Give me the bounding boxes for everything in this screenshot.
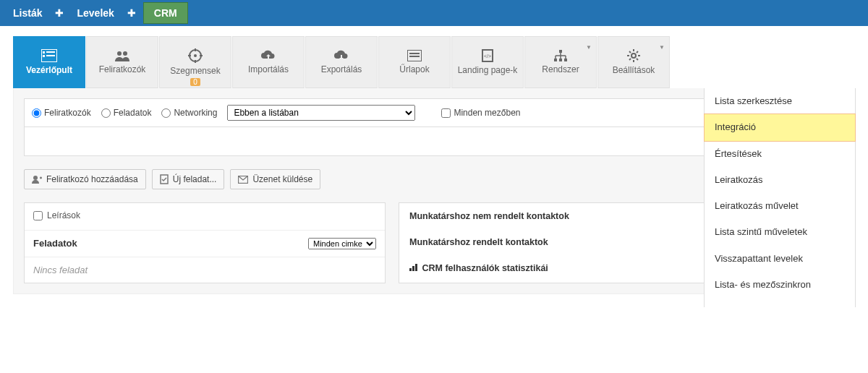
radio-label: Feladatok <box>114 108 152 118</box>
svg-point-36 <box>33 176 38 180</box>
dashboard-icon <box>41 49 57 62</box>
target-icon <box>188 48 203 63</box>
tab-label: Beállítások <box>613 65 655 75</box>
tab-import[interactable]: Importálás <box>232 36 305 88</box>
tasks-header: Feladatok Minden cimke <box>25 231 385 257</box>
tab-label: Exportálás <box>321 64 362 74</box>
svg-rect-42 <box>412 266 414 271</box>
tab-export[interactable]: Exportálás <box>305 36 378 88</box>
button-label: Új feladat... <box>173 174 217 184</box>
tab-label: Szegmensek <box>170 66 220 76</box>
svg-rect-19 <box>554 59 557 61</box>
empty-state: Nincs feladat <box>25 257 385 283</box>
tab-system[interactable]: Rendszer ▼ <box>524 36 597 88</box>
tab-settings[interactable]: Beállítások ▼ <box>597 36 670 88</box>
svg-rect-20 <box>559 59 562 61</box>
scope-select[interactable]: Ebben a listában <box>227 105 415 121</box>
person-plus-icon <box>32 175 42 184</box>
envelope-icon <box>238 176 248 184</box>
right-item-unassigned[interactable]: Munkatárshoz nem rendelt kontaktok <box>399 203 745 229</box>
checkbox-input[interactable] <box>33 211 43 220</box>
send-message-button[interactable]: Üzenet küldése <box>230 169 320 189</box>
topbar-crm[interactable]: CRM <box>143 2 188 24</box>
menu-edit-list[interactable]: Lista szerkesztése <box>705 88 855 114</box>
label-filter-select[interactable]: Minden cimke <box>308 238 376 249</box>
cloud-upload-icon <box>260 50 276 61</box>
tab-dashboard[interactable]: Vezérlőpult <box>13 36 85 88</box>
descriptions-row: Leírások <box>25 203 385 231</box>
checkbox-all-fields[interactable]: Minden mezőben <box>441 108 520 118</box>
menu-notifications[interactable]: Értesítések <box>705 141 855 167</box>
radio-label: Feliratkozók <box>44 108 91 118</box>
button-label: Feliratkozó hozzáadása <box>46 174 138 184</box>
plus-icon[interactable]: ✚ <box>52 7 67 19</box>
radio-input[interactable] <box>101 108 111 118</box>
add-subscriber-button[interactable]: Feliratkozó hozzáadása <box>24 169 146 189</box>
radio-label: Networking <box>174 108 217 118</box>
tab-landing[interactable]: </> Landing page-k <box>451 36 524 88</box>
svg-line-35 <box>637 51 638 53</box>
content-area: Feliratkozók Feladatok Networking Ebben … <box>13 88 855 294</box>
menu-integration[interactable]: Integráció <box>705 114 855 140</box>
new-task-button[interactable]: Új feladat... <box>152 169 225 189</box>
right-item-label: CRM felhasználók statisztikái <box>422 263 548 273</box>
topbar: Listák ✚ Levelek ✚ CRM <box>0 0 868 26</box>
chevron-down-icon: ▼ <box>586 44 592 51</box>
page-icon: </> <box>482 49 493 62</box>
radio-tasks[interactable]: Feladatok <box>101 108 152 118</box>
topbar-lists[interactable]: Listák <box>7 3 48 23</box>
svg-text:</>: </> <box>484 53 491 59</box>
checkbox-label: Leírások <box>47 210 80 220</box>
svg-rect-21 <box>564 59 567 61</box>
menu-list-ops[interactable]: Lista szintű műveletek <box>705 219 855 245</box>
badge: 0 <box>190 78 200 86</box>
right-item-assigned[interactable]: Munkatárshoz rendelt kontaktok <box>399 229 745 255</box>
bar-chart-icon <box>409 263 420 273</box>
people-icon <box>114 50 130 61</box>
svg-rect-18 <box>559 50 562 53</box>
topbar-mails[interactable]: Levelek <box>71 3 119 23</box>
svg-line-33 <box>637 59 638 60</box>
svg-point-8 <box>194 54 197 57</box>
svg-rect-14 <box>409 53 420 54</box>
main-tabs: Vezérlőpult Feliratkozók Szegmensek 0 Im… <box>0 26 868 88</box>
tab-subscribers[interactable]: Feliratkozók <box>86 36 158 88</box>
right-panel: Munkatárshoz nem rendelt kontaktok Munka… <box>399 202 746 283</box>
tab-forms[interactable]: Űrlapok <box>378 36 451 88</box>
svg-rect-3 <box>46 51 55 53</box>
radio-subscribers[interactable]: Feliratkozók <box>32 108 91 118</box>
chevron-down-icon: ▼ <box>659 44 665 51</box>
tab-label: Feliratkozók <box>99 64 146 74</box>
checkbox-input[interactable] <box>441 108 451 118</box>
gear-icon <box>627 49 640 62</box>
menu-maintenance[interactable]: Lista karbantartása <box>705 298 855 307</box>
radio-input[interactable] <box>32 108 41 118</box>
radio-input[interactable] <box>161 108 171 118</box>
tasks-title: Feladatok <box>33 238 77 249</box>
svg-line-32 <box>629 51 631 53</box>
left-panel: Leírások Feladatok Minden cimke Nincs fe… <box>24 202 386 283</box>
checkbox-descriptions[interactable]: Leírások <box>33 210 80 220</box>
svg-rect-43 <box>415 264 417 271</box>
menu-unsub-action[interactable]: Leiratkozás művelet <box>705 193 855 219</box>
svg-rect-15 <box>409 56 420 57</box>
tab-segments[interactable]: Szegmensek 0 <box>159 36 231 88</box>
menu-sync[interactable]: Lista- és mezőszinkron <box>705 272 855 298</box>
settings-dropdown: Lista szerkesztése Integráció Értesítése… <box>704 88 856 307</box>
svg-rect-2 <box>43 55 45 57</box>
tab-label: Rendszer <box>542 64 579 74</box>
tab-label: Importálás <box>248 64 289 74</box>
plus-icon[interactable]: ✚ <box>124 7 139 19</box>
button-label: Üzenet küldése <box>252 174 312 184</box>
tab-label: Űrlapok <box>399 64 429 74</box>
sitemap-icon <box>553 50 568 61</box>
menu-bounced[interactable]: Visszapattant levelek <box>705 246 855 272</box>
right-item-stats[interactable]: CRM felhasználók statisztikái <box>399 255 745 281</box>
form-icon <box>407 50 422 61</box>
tab-label: Landing page-k <box>458 65 518 75</box>
clipboard-check-icon <box>160 174 169 184</box>
menu-unsubscribe[interactable]: Leiratkozás <box>705 167 855 193</box>
svg-rect-4 <box>46 55 55 56</box>
radio-networking[interactable]: Networking <box>161 108 217 118</box>
svg-point-6 <box>123 51 127 56</box>
